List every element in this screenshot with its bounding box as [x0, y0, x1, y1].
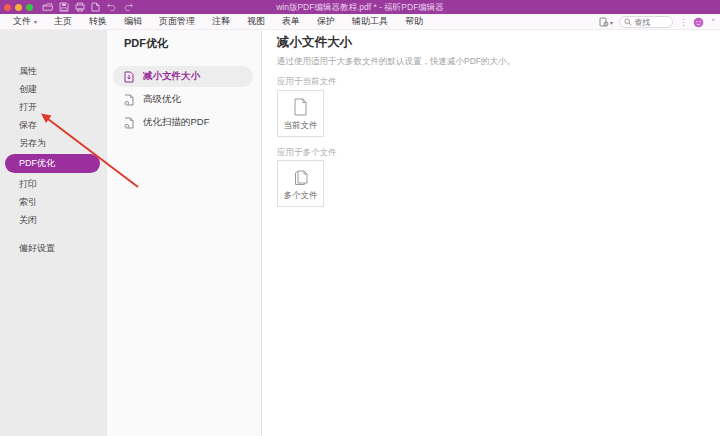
- search-icon: [624, 18, 632, 26]
- redo-icon[interactable]: [122, 0, 135, 14]
- panel-item-label: 优化扫描的PDF: [143, 116, 210, 129]
- card-label: 多个文件: [284, 191, 318, 200]
- menu-convert[interactable]: 转换: [89, 15, 107, 28]
- pdf-optimize-panel: PDF优化 减小文件大小 高级优化 优化扫描的PDF: [107, 30, 262, 436]
- page-view-tool-icon[interactable]: ▾: [599, 14, 613, 30]
- multiple-files-icon: [293, 168, 309, 186]
- card-label: 当前文件: [284, 121, 318, 130]
- menu-file[interactable]: 文件 ▾: [13, 15, 37, 28]
- section-label-multiple-files: 应用于多个文件: [277, 147, 720, 157]
- close-window-button[interactable]: [4, 4, 11, 11]
- undo-icon[interactable]: [105, 0, 118, 14]
- chevron-down-icon: ▾: [610, 19, 613, 26]
- sidebar-item-create[interactable]: 创建: [0, 80, 107, 98]
- sidebar-item-properties[interactable]: 属性: [0, 62, 107, 80]
- panel-list: 减小文件大小 高级优化 优化扫描的PDF: [107, 66, 261, 133]
- document-gear-icon: [124, 117, 134, 129]
- menubar: 文件 ▾ 主页 转换 编辑 页面管理 注释 视图 表单 保护 辅助工具 帮助 ▾…: [0, 14, 720, 30]
- sidebar-item-save-as[interactable]: 另存为: [0, 134, 107, 152]
- document-arrow-icon: [124, 71, 134, 83]
- minimize-window-button[interactable]: [15, 4, 22, 11]
- print-icon[interactable]: [74, 0, 86, 14]
- zoom-window-button[interactable]: [26, 4, 33, 11]
- sidebar-item-close[interactable]: 关闭: [0, 211, 107, 229]
- menu-comment[interactable]: 注释: [212, 15, 230, 28]
- menu-home[interactable]: 主页: [54, 15, 72, 28]
- sidebar-item-preferences[interactable]: 偏好设置: [0, 239, 107, 257]
- chevron-down-icon: ▾: [34, 18, 37, 25]
- menubar-right-cluster: ▾ ⋮ ⌃: [599, 14, 716, 30]
- search-input[interactable]: [634, 18, 668, 27]
- menu-accessibility-tools[interactable]: 辅助工具: [352, 15, 388, 28]
- new-document-icon[interactable]: [90, 0, 101, 14]
- reduce-file-size-view: 减小文件大小 通过使用适用于大多数文件的默认设置，快速减小PDF的大小。 应用于…: [263, 30, 720, 436]
- section-label-current-file: 应用于当前文件: [277, 76, 720, 86]
- menu-edit[interactable]: 编辑: [124, 15, 142, 28]
- sidebar-item-print[interactable]: 打印: [0, 175, 107, 193]
- search-box[interactable]: [619, 16, 673, 28]
- sidebar-item-open[interactable]: 打开: [0, 98, 107, 116]
- titlebar: win版PDF编辑器教程.pdf * - 福昕PDF编辑器: [0, 0, 720, 14]
- current-file-card[interactable]: 当前文件: [277, 90, 324, 137]
- panel-item-advanced-optimize[interactable]: 高级优化: [113, 89, 253, 110]
- menu-view[interactable]: 视图: [247, 15, 265, 28]
- panel-item-reduce-file-size[interactable]: 减小文件大小: [113, 66, 253, 87]
- single-file-icon: [293, 98, 308, 116]
- collapse-toolbar-icon[interactable]: ⌃: [710, 14, 716, 30]
- menu-page-management[interactable]: 页面管理: [159, 15, 195, 28]
- open-folder-icon[interactable]: [41, 0, 54, 14]
- menu-help[interactable]: 帮助: [405, 15, 423, 28]
- sidebar-item-save[interactable]: 保存: [0, 116, 107, 134]
- panel-title: PDF优化: [124, 36, 261, 50]
- more-options-icon[interactable]: ⋮: [679, 14, 687, 30]
- panel-item-label: 减小文件大小: [143, 70, 200, 83]
- file-backstage-sidebar: 属性 创建 打开 保存 另存为 PDF优化 打印 索引 关闭 偏好设置: [0, 30, 107, 436]
- panel-item-optimize-scanned-pdf[interactable]: 优化扫描的PDF: [113, 112, 253, 133]
- multiple-files-card[interactable]: 多个文件: [277, 160, 324, 207]
- save-icon[interactable]: [58, 0, 70, 14]
- menu-protect[interactable]: 保护: [317, 15, 335, 28]
- page-title: 减小文件大小: [277, 36, 720, 49]
- menu-form[interactable]: 表单: [282, 15, 300, 28]
- window-controls: [4, 4, 33, 11]
- quick-toolbar: [41, 0, 135, 14]
- page-description: 通过使用适用于大多数文件的默认设置，快速减小PDF的大小。: [277, 56, 720, 66]
- document-gear-icon: [124, 94, 134, 106]
- panel-item-label: 高级优化: [143, 93, 181, 106]
- sidebar-item-pdf-optimize[interactable]: PDF优化: [5, 154, 100, 173]
- sidebar-item-index[interactable]: 索引: [0, 193, 107, 211]
- avatar-icon[interactable]: [693, 14, 704, 30]
